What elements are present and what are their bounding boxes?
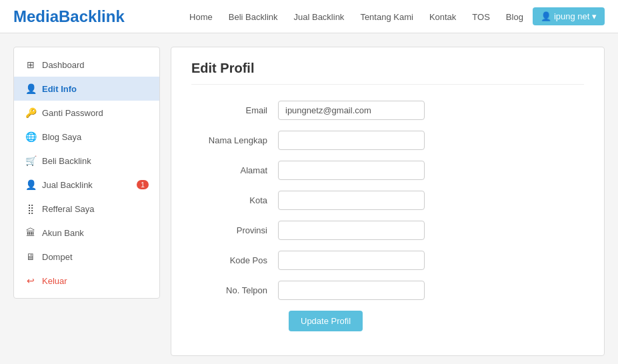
sidebar-item-dompet[interactable]: 🖥 Dompet [14, 245, 159, 269]
label-email: Email [191, 105, 278, 115]
sidebar: ⊞ Dashboard 👤 Edit Info 🔑 Ganti Password… [13, 47, 160, 299]
sidebar-item-blog-saya[interactable]: 🌐 Blog Saya [14, 125, 159, 149]
jual-backlink-icon: 👤 [25, 179, 37, 190]
input-kode-pos[interactable] [278, 251, 425, 270]
sidebar-label-ganti-password: Ganti Password [42, 108, 103, 118]
form-group-kota: Kota [191, 191, 584, 210]
sidebar-label-edit-info: Edit Info [42, 84, 77, 94]
sidebar-label-dashboard: Dashboard [42, 60, 85, 70]
sidebar-item-refferal-saya[interactable]: ⣿ Refferal Saya [14, 197, 159, 221]
form-group-nama-lengkap: Nama Lengkap [191, 131, 584, 150]
label-alamat: Alamat [191, 165, 278, 175]
nav-home[interactable]: Home [183, 8, 219, 26]
user-icon: 👤 [541, 11, 551, 21]
nav-beli-backlink[interactable]: Beli Backlink [222, 8, 285, 26]
keluar-icon: ↩ [25, 275, 37, 286]
sidebar-item-beli-backlink[interactable]: 🛒 Beli Backlink [14, 149, 159, 173]
nav-blog[interactable]: Blog [499, 8, 530, 26]
form-group-alamat: Alamat [191, 161, 584, 180]
sidebar-label-refferal-saya: Refferal Saya [42, 204, 95, 214]
refferal-saya-icon: ⣿ [25, 203, 37, 214]
brand-logo[interactable]: MediaBacklink [13, 7, 125, 26]
form-group-submit: Update Profil [191, 311, 584, 331]
input-email[interactable] [278, 101, 425, 120]
edit-profil-form: Email Nama Lengkap Alamat Kota Provinsi [191, 101, 584, 331]
nav-kontak[interactable]: Kontak [423, 8, 463, 26]
input-no-telpon[interactable] [278, 281, 425, 300]
sidebar-item-ganti-password[interactable]: 🔑 Ganti Password [14, 101, 159, 125]
sidebar-label-akun-bank: Akun Bank [42, 228, 84, 238]
page-title: Edit Profil [191, 61, 584, 85]
beli-backlink-icon: 🛒 [25, 155, 37, 166]
input-provinsi[interactable] [278, 221, 425, 240]
nav-tentang-kami[interactable]: Tentang Kami [353, 8, 420, 26]
input-nama-lengkap[interactable] [278, 131, 425, 150]
sidebar-label-jual-backlink: Jual Backlink [42, 180, 93, 190]
blog-saya-icon: 🌐 [25, 131, 37, 142]
sidebar-item-edit-info[interactable]: 👤 Edit Info [14, 77, 159, 101]
dashboard-icon: ⊞ [25, 59, 37, 70]
update-profil-button[interactable]: Update Profil [289, 311, 363, 331]
label-kota: Kota [191, 195, 278, 205]
edit-info-icon: 👤 [25, 83, 37, 94]
input-kota[interactable] [278, 191, 425, 210]
sidebar-label-beli-backlink: Beli Backlink [42, 156, 91, 166]
sidebar-item-dashboard[interactable]: ⊞ Dashboard [14, 53, 159, 77]
sidebar-item-keluar[interactable]: ↩ Keluar [14, 269, 159, 293]
nav-links: Home Beli Backlink Jual Backlink Tentang… [183, 7, 605, 25]
user-dropdown-button[interactable]: 👤 ipung net ▾ [533, 7, 605, 25]
label-kode-pos: Kode Pos [191, 255, 278, 265]
sidebar-label-dompet: Dompet [42, 252, 73, 262]
brand-text: MediaBacklink [13, 7, 125, 25]
sidebar-label-blog-saya: Blog Saya [42, 132, 81, 142]
nav-jual-backlink[interactable]: Jual Backlink [287, 8, 351, 26]
dompet-icon: 🖥 [25, 251, 37, 262]
ganti-password-icon: 🔑 [25, 107, 37, 118]
form-group-no-telpon: No. Telpon [191, 281, 584, 300]
navbar: MediaBacklink Home Beli Backlink Jual Ba… [0, 0, 618, 33]
sidebar-label-keluar: Keluar [42, 276, 67, 286]
label-provinsi: Provinsi [191, 225, 278, 235]
jual-backlink-badge: 1 [137, 180, 149, 189]
form-group-kode-pos: Kode Pos [191, 251, 584, 270]
main-content: Edit Profil Email Nama Lengkap Alamat Ko… [171, 47, 605, 356]
nav-tos[interactable]: TOS [465, 8, 497, 26]
label-nama-lengkap: Nama Lengkap [191, 135, 278, 145]
akun-bank-icon: 🏛 [25, 227, 37, 238]
form-group-email: Email [191, 101, 584, 120]
sidebar-item-jual-backlink[interactable]: 👤 Jual Backlink 1 [14, 173, 159, 197]
sidebar-item-akun-bank[interactable]: 🏛 Akun Bank [14, 221, 159, 245]
page-wrapper: ⊞ Dashboard 👤 Edit Info 🔑 Ganti Password… [0, 33, 618, 364]
user-label: ipung net ▾ [554, 11, 597, 21]
input-alamat[interactable] [278, 161, 425, 180]
form-group-provinsi: Provinsi [191, 221, 584, 240]
label-no-telpon: No. Telpon [191, 285, 278, 295]
